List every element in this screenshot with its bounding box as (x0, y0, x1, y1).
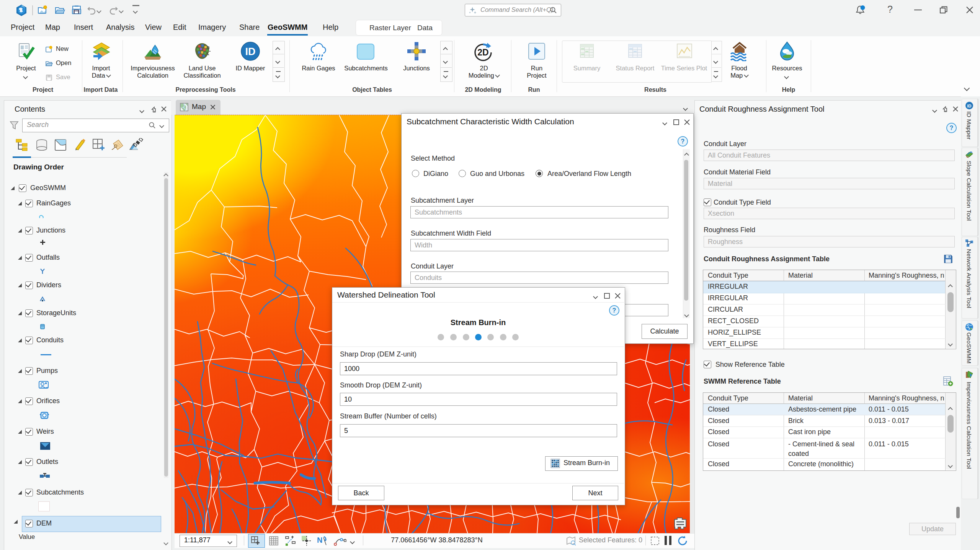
svg-text:2D: 2D (477, 47, 488, 57)
svg-text:ID: ID (967, 104, 972, 108)
svg-text:ID: ID (245, 46, 256, 57)
svg-text:N: N (317, 536, 322, 544)
